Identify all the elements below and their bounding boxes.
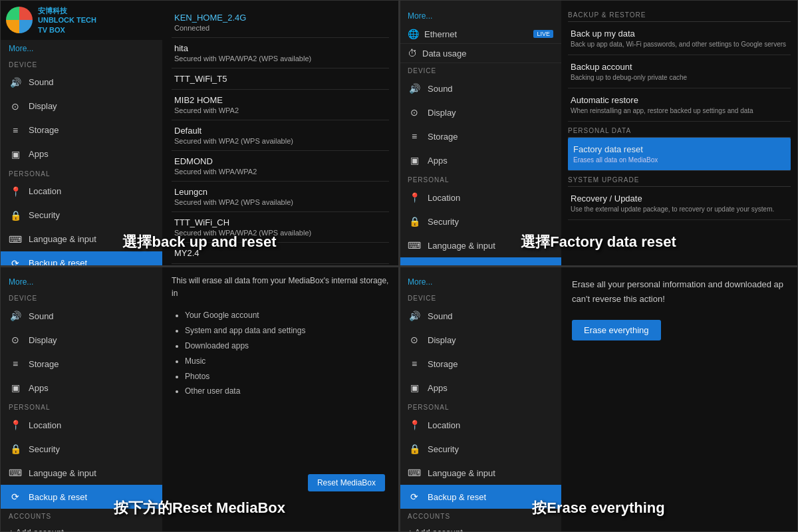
br-sidebar-language[interactable]: ⌨ Language & input [400, 461, 561, 485]
wifi-network-item[interactable]: Leungcn Secured with WPA2 (WPS available… [172, 182, 389, 212]
recovery-update-item[interactable]: Recovery / Update Use the external updat… [568, 187, 791, 220]
tr-sidebar-backup[interactable]: ⟳ Backup & reset [400, 257, 561, 266]
tr-apps-icon: ▣ [408, 154, 421, 167]
br-location-label: Location [428, 420, 460, 430]
erase-list-item: Music [185, 354, 389, 369]
bl-add-account-label: + Add account [9, 527, 64, 532]
tr-language-icon: ⌨ [408, 239, 421, 252]
wifi-status: Connected [174, 24, 386, 32]
sidebar-storage-label: Storage [29, 125, 59, 135]
security-icon: 🔒 [9, 209, 22, 222]
br-language-label: Language & input [428, 468, 495, 478]
bl-backup-icon: ⟳ [9, 490, 22, 503]
bl-more-link[interactable]: More... [1, 273, 162, 291]
br-add-account[interactable]: + Add account [400, 522, 561, 532]
bl-apps-label: Apps [29, 383, 49, 393]
wifi-network-item[interactable]: MIB2 HOME Secured with WPA2 [172, 90, 389, 120]
br-device-label: DEVICE [400, 291, 561, 304]
sidebar-item-display[interactable]: ⊙ Display [1, 94, 162, 118]
tr-sidebar-sound[interactable]: 🔊 Sound [400, 76, 561, 100]
erase-warning-content: This will erase all data from your Media… [162, 267, 398, 531]
bl-add-account[interactable]: + Add account [1, 522, 162, 532]
wifi-status: Secured with WPA/WPA2 (WPS available) [174, 55, 386, 63]
top-right-device-label: DEVICE [400, 63, 561, 76]
br-sidebar-storage[interactable]: ≡ Storage [400, 352, 561, 376]
br-backup-icon: ⟳ [408, 490, 421, 503]
tr-apps-label: Apps [428, 156, 448, 166]
wifi-status: Secured with WPA2 (WPS available) [174, 198, 386, 206]
tr-sidebar-apps[interactable]: ▣ Apps [400, 148, 561, 172]
wifi-network-item[interactable]: KEN_HOME_2.4G Connected [172, 7, 389, 38]
bl-sidebar-storage[interactable]: ≡ Storage [1, 352, 162, 376]
bl-sidebar-sound[interactable]: 🔊 Sound [1, 304, 162, 328]
top-left-panel: 安博科技 UNBLOCK TECH TV BOX More... DEVICE … [0, 0, 399, 266]
recovery-update-title: Recovery / Update [571, 194, 788, 203]
tr-sidebar-storage[interactable]: ≡ Storage [400, 124, 561, 148]
br-display-icon: ⊙ [408, 333, 421, 346]
backup-icon: ⟳ [9, 257, 22, 266]
tr-storage-label: Storage [428, 132, 458, 142]
reset-mediabox-button[interactable]: Reset MediaBox [308, 474, 385, 491]
tr-sidebar-location[interactable]: 📍 Location [400, 186, 561, 209]
personal-warning-content: Erase all your personal information and … [561, 267, 797, 531]
auto-restore-item[interactable]: Automatic restore When reinstalling an a… [568, 88, 791, 122]
wifi-network-list: KEN_HOME_2.4G Connectedhita Secured with… [172, 7, 389, 264]
bottom-right-sidebar: More... DEVICE 🔊 Sound ⊙ Display ≡ Stora… [400, 267, 561, 531]
system-upgrade-header: SYSTEM UPGRADE [568, 171, 791, 187]
br-sidebar-apps[interactable]: ▣ Apps [400, 376, 561, 400]
tr-sidebar-display[interactable]: ⊙ Display [400, 100, 561, 124]
br-sidebar-sound[interactable]: 🔊 Sound [400, 304, 561, 328]
top-right-more-link[interactable]: More... [400, 7, 561, 25]
backup-my-data-item[interactable]: Back up my data Back up app data, Wi-Fi … [568, 22, 791, 55]
br-sidebar-security[interactable]: 🔒 Security [400, 437, 561, 461]
br-security-icon: 🔒 [408, 442, 421, 456]
ethernet-label: Ethernet [424, 29, 457, 39]
sidebar-item-apps[interactable]: ▣ Apps [1, 142, 162, 166]
bl-sound-label: Sound [29, 311, 54, 321]
backup-account-title: Backup account [571, 62, 788, 72]
bl-sidebar-language[interactable]: ⌨ Language & input [1, 461, 162, 485]
factory-reset-item[interactable]: Factory data reset Erases all data on Me… [568, 138, 791, 171]
bottom-left-panel: More... DEVICE 🔊 Sound ⊙ Display ≡ Stora… [0, 266, 399, 532]
more-link[interactable]: More... [1, 40, 162, 57]
personal-warning-text: Erase all your personal information and … [572, 277, 787, 307]
backup-my-data-title: Back up my data [571, 29, 788, 39]
bl-sidebar-apps[interactable]: ▣ Apps [1, 376, 162, 400]
subtitle-bottom-right: 按Erase everything [532, 498, 664, 518]
tr-location-icon: 📍 [408, 191, 421, 204]
backup-restore-content: BACKUP & RESTORE Back up my data Back up… [561, 1, 797, 265]
wifi-network-item[interactable]: Default Secured with WPA2 (WPS available… [172, 120, 389, 151]
wifi-name: MIB2 HOME [174, 95, 386, 105]
br-sound-icon: 🔊 [408, 309, 421, 323]
sidebar-sound-label: Sound [29, 77, 54, 87]
br-backup-label: Backup & reset [428, 492, 486, 502]
logo-area: 安博科技 UNBLOCK TECH TV BOX [1, 1, 162, 40]
tr-storage-icon: ≡ [408, 130, 421, 143]
wifi-network-item[interactable]: hita Secured with WPA/WPA2 (WPS availabl… [172, 38, 389, 68]
sidebar-location-label: Location [29, 186, 61, 196]
br-sidebar-location[interactable]: 📍 Location [400, 413, 561, 437]
sidebar-item-storage[interactable]: ≡ Storage [1, 118, 162, 142]
bl-sidebar-location[interactable]: 📍 Location [1, 413, 162, 437]
sidebar-item-sound[interactable]: 🔊 Sound [1, 70, 162, 94]
erase-list: Your Google accountSystem and app data a… [172, 308, 389, 399]
tr-personal-label: PERSONAL [400, 172, 561, 186]
br-sidebar-display[interactable]: ⊙ Display [400, 328, 561, 352]
top-right-sidebar: More... 🌐 Ethernet LIVE ⏱ Data usage DEV… [400, 1, 561, 265]
sidebar-item-backup[interactable]: ⟳ Backup & reset [1, 251, 162, 266]
wifi-network-item[interactable]: TTT_WiFi_T5 [172, 68, 389, 90]
bl-sidebar-security[interactable]: 🔒 Security [1, 437, 162, 461]
data-usage-label: Data usage [422, 49, 467, 59]
backup-section-header: BACKUP & RESTORE [568, 6, 791, 22]
sidebar-item-location[interactable]: 📍 Location [1, 180, 162, 203]
wifi-name: KEN_HOME_2.4G [174, 13, 386, 23]
tr-sidebar-security[interactable]: 🔒 Security [400, 209, 561, 233]
tr-display-label: Display [428, 108, 456, 118]
bl-sidebar-display[interactable]: ⊙ Display [1, 328, 162, 352]
backup-account-item[interactable]: Backup account Backing up to debug-only … [568, 55, 791, 88]
ethernet-status: LIVE [533, 30, 553, 38]
wifi-network-item[interactable]: EDMOND Secured with WPA/WPA2 [172, 151, 389, 182]
br-more-link[interactable]: More... [400, 273, 561, 291]
sidebar-item-security[interactable]: 🔒 Security [1, 203, 162, 227]
erase-everything-button[interactable]: Erase everything [572, 320, 661, 340]
